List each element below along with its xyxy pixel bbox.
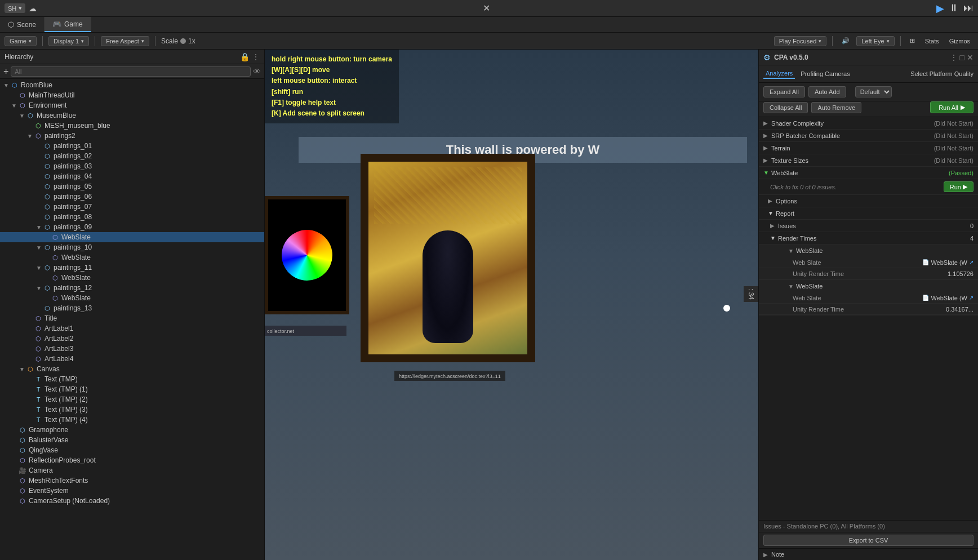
sh-badge[interactable]: SH ▾ — [5, 3, 25, 13]
eye-dropdown[interactable]: Left Eye ▾ — [856, 36, 894, 46]
scale-dot-icon[interactable] — [180, 38, 186, 44]
arrow-museumblue: ▼ — [18, 113, 26, 119]
tree-item-paintings-05[interactable]: ⬡ paintings_05 — [0, 181, 264, 192]
tree-item-reflectionprobes[interactable]: ⬡ ReflectionProbes_root — [0, 455, 264, 465]
tree-item-paintings-09[interactable]: ▼ ⬡ paintings_09 — [0, 222, 264, 232]
cpa-row-webslate[interactable]: ▼ WebSlate (Passed) — [759, 167, 978, 179]
visibility-button[interactable]: 👁 — [253, 67, 261, 76]
game-dropdown[interactable]: Game ▾ — [5, 36, 37, 46]
pause-button[interactable]: ⏸ — [949, 2, 959, 14]
tree-item-artlabel3[interactable]: ⬡ ArtLabel3 — [0, 344, 264, 354]
cpa-row-issues[interactable]: ▶ Issues 0 — [759, 220, 978, 232]
add-object-button[interactable]: + — [3, 66, 8, 77]
tree-item-title[interactable]: ⬡ Title — [0, 313, 264, 323]
cpa-row-shader-complexity[interactable]: ▶ Shader Complexity (Did Not Start) — [759, 117, 978, 130]
tree-item-mesh-museum-blue[interactable]: ⬡ MESH_museum_blue — [0, 121, 264, 131]
aspect-dropdown[interactable]: Free Aspect ▾ — [101, 36, 149, 46]
click-fix-text[interactable]: Click to fix 0 of 0 issues. — [770, 184, 940, 190]
tab-game[interactable]: 🎮 Game — [45, 17, 91, 32]
cpa-row-texture-sizes[interactable]: ▶ Texture Sizes (Did Not Start) — [759, 154, 978, 167]
tree-item-text-tmp-4[interactable]: T Text (TMP) (4) — [0, 415, 264, 425]
tree-item-paintings-04[interactable]: ⬡ paintings_04 — [0, 171, 264, 181]
tree-item-meshrichtextfonts[interactable]: ⬡ MeshRichTextFonts — [0, 475, 264, 486]
tree-item-camerasetup[interactable]: ⬡ CameraSetup (NotLoaded) — [0, 496, 264, 506]
cpa-maximize-button[interactable]: □ — [960, 53, 964, 62]
sh-label: SH — [8, 5, 16, 12]
tree-item-artlabel2[interactable]: ⬡ ArtLabel2 — [0, 334, 264, 344]
cpa-row-srp-batcher[interactable]: ▶ SRP Batcher Compatible (Did Not Start) — [759, 130, 978, 142]
tree-item-webslate-12[interactable]: ⬡ WebSlate — [0, 293, 264, 303]
tree-item-gramophone[interactable]: ⬡ Gramophone — [0, 425, 264, 435]
profiling-cameras-tab[interactable]: Profiling Cameras — [798, 69, 852, 78]
cpa-more-button[interactable]: ⋮ — [950, 53, 958, 62]
texture-sizes-arrow: ▶ — [763, 157, 771, 163]
tree-item-environment[interactable]: ▼ ⬡ Environment — [0, 100, 264, 110]
sidebar-title: Hierarchy — [5, 53, 33, 61]
webslate-group-header-2[interactable]: ▼ WebSlate — [759, 280, 978, 292]
hierarchy-search-input[interactable] — [11, 66, 251, 77]
tree-item-paintings-11[interactable]: ▼ ⬡ paintings_11 — [0, 263, 264, 273]
terrain-label: Terrain — [771, 145, 931, 152]
options-arrow: ▶ — [768, 198, 776, 204]
cpa-options-section[interactable]: ▶ Options — [759, 195, 978, 207]
tree-item-paintings-08[interactable]: ⬡ paintings_08 — [0, 212, 264, 222]
mute-button[interactable]: 🔊 — [838, 36, 853, 46]
prefab-icon-gramophone: ⬡ — [18, 425, 27, 434]
tree-item-webslate-09[interactable]: ⬡ WebSlate — [0, 232, 264, 242]
play-button[interactable]: ▶ — [936, 2, 944, 15]
close-button[interactable]: ✕ — [479, 2, 494, 15]
cpa-row-render-times[interactable]: ▼ Render Times 4 — [759, 232, 978, 245]
play-focused-dropdown[interactable]: Play Focused ▾ — [774, 36, 827, 46]
tree-item-paintings-13[interactable]: ⬡ paintings_13 — [0, 303, 264, 313]
sidebar-lock-button[interactable]: 🔒 — [240, 52, 250, 61]
auto-remove-button[interactable]: Auto Remove — [811, 102, 861, 113]
expand-all-button[interactable]: Expand All — [763, 86, 805, 97]
collapse-all-button[interactable]: Collapse All — [763, 102, 808, 113]
tree-item-webslate-11[interactable]: ⬡ WebSlate — [0, 273, 264, 283]
scene-tab-label: Scene — [17, 21, 36, 29]
stats-button[interactable]: Stats — [922, 37, 943, 46]
cpa-close-button[interactable]: ✕ — [967, 53, 973, 62]
tree-item-paintings-07[interactable]: ⬡ paintings_07 — [0, 202, 264, 212]
cpa-report-section[interactable]: ▼ Report — [759, 207, 978, 220]
tree-item-paintings-02[interactable]: ⬡ paintings_02 — [0, 151, 264, 161]
tree-item-paintings-12[interactable]: ▼ ⬡ paintings_12 — [0, 283, 264, 293]
run-button[interactable]: Run ▶ — [944, 181, 973, 192]
gizmos-button[interactable]: Gizmos — [946, 37, 973, 46]
cloud-icon[interactable]: ☁ — [29, 4, 37, 13]
cpa-row-terrain[interactable]: ▶ Terrain (Did Not Start) — [759, 142, 978, 154]
step-button[interactable]: ⏭ — [963, 2, 973, 14]
tree-item-roomblue[interactable]: ▼ ⬡ RoomBlue — [0, 80, 264, 90]
display-dropdown[interactable]: Display 1 ▾ — [48, 36, 89, 46]
tree-item-paintings2[interactable]: ▼ ⬡ paintings2 — [0, 131, 264, 141]
tree-item-mainthreadutil[interactable]: ⬡ MainThreadUtil — [0, 90, 264, 100]
analyzers-tab[interactable]: Analyzers — [763, 69, 795, 79]
run-all-button[interactable]: Run All ▶ — [930, 101, 973, 113]
auto-add-button[interactable]: Auto Add — [808, 86, 846, 97]
game-view[interactable]: hold right mouse button: turn camera [W]… — [265, 50, 758, 560]
tree-item-text-tmp-1[interactable]: T Text (TMP) (1) — [0, 384, 264, 394]
export-csv-button[interactable]: Export to CSV — [763, 535, 973, 546]
tree-item-text-tmp[interactable]: T Text (TMP) — [0, 374, 264, 384]
tree-item-artlabel4[interactable]: ⬡ ArtLabel4 — [0, 354, 264, 364]
tree-item-eventsystem[interactable]: ⬡ EventSystem — [0, 486, 264, 496]
tab-scene[interactable]: ⬡ Scene — [0, 17, 45, 32]
tree-item-balustervase[interactable]: ⬡ BalusterVase — [0, 435, 264, 445]
tree-item-text-tmp-3[interactable]: T Text (TMP) (3) — [0, 405, 264, 415]
tree-item-artlabel1[interactable]: ⬡ ArtLabel1 — [0, 323, 264, 334]
tree-item-canvas[interactable]: ▼ ⬡ Canvas — [0, 364, 264, 374]
grid-button[interactable]: ⊞ — [906, 36, 918, 46]
tree-item-camera[interactable]: 🎥 Camera — [0, 465, 264, 475]
tree-item-paintings-06[interactable]: ⬡ paintings_06 — [0, 192, 264, 202]
tree-item-paintings-03[interactable]: ⬡ paintings_03 — [0, 161, 264, 171]
sidebar-more-button[interactable]: ⋮ — [252, 52, 260, 61]
tree-item-museumblue[interactable]: ▼ ⬡ MuseumBlue — [0, 110, 264, 121]
tree-item-paintings-10[interactable]: ▼ ⬡ paintings_10 — [0, 242, 264, 252]
webslate-group-header-1[interactable]: ▼ WebSlate — [759, 245, 978, 257]
tree-item-webslate-10[interactable]: ⬡ WebSlate — [0, 252, 264, 263]
platform-select[interactable]: Default — [855, 86, 892, 97]
tree-item-qingvase[interactable]: ⬡ QingVase — [0, 445, 264, 455]
tree-item-paintings-01[interactable]: ⬡ paintings_01 — [0, 141, 264, 151]
tree-item-text-tmp-2[interactable]: T Text (TMP) (2) — [0, 394, 264, 405]
label-mesh-museum-blue: MESH_museum_blue — [45, 122, 110, 130]
